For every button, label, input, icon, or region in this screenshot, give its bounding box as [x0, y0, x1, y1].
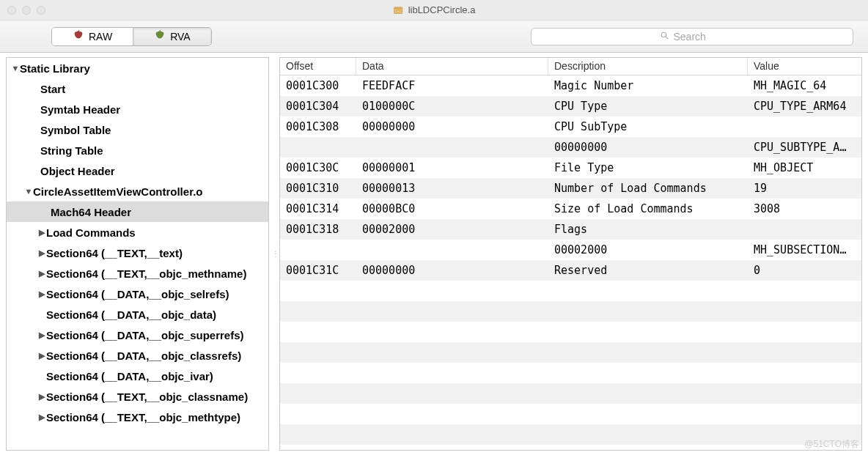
cell-data: 0100000C — [356, 100, 548, 113]
sidebar-item[interactable]: ▶Section64 (__TEXT,__text) — [7, 243, 268, 263]
close-icon[interactable] — [7, 6, 16, 15]
cell-data: 00000000 — [356, 120, 548, 133]
sidebar-item[interactable]: ▶Section64 (__DATA,__objc_superrefs) — [7, 325, 268, 345]
sidebar-tree[interactable]: ▼Static LibraryStartSymtab HeaderSymbol … — [6, 57, 269, 451]
sidebar-item[interactable]: Section64 (__DATA,__objc_ivar) — [7, 366, 268, 386]
th-offset[interactable]: Offset — [280, 58, 356, 75]
sidebar-item-label: Start — [40, 83, 65, 95]
th-data[interactable]: Data — [356, 58, 548, 75]
table-row[interactable]: 0001C300FEEDFACFMagic NumberMH_MAGIC_64 — [280, 75, 861, 96]
cell-desc: File Type — [548, 161, 748, 174]
disclosure-right-icon[interactable]: ▶ — [37, 413, 46, 422]
sidebar-item[interactable]: Section64 (__DATA,__objc_data) — [7, 304, 268, 325]
disclosure-down-icon[interactable]: ▼ — [11, 64, 20, 73]
search-input[interactable] — [674, 31, 725, 42]
cell-offset: 0001C304 — [280, 100, 356, 113]
disclosure-right-icon[interactable]: ▶ — [37, 289, 46, 299]
sidebar-item-label: Section64 (__TEXT,__objc_methtype) — [46, 411, 240, 423]
sidebar-item[interactable]: ▶Section64 (__TEXT,__objc_methtype) — [7, 407, 268, 427]
cell-offset: 0001C314 — [280, 202, 356, 215]
sidebar-item-label: Symbol Table — [40, 124, 111, 136]
disclosure-right-icon[interactable]: ▶ — [37, 392, 46, 402]
minimize-icon[interactable] — [22, 6, 31, 15]
table-row[interactable]: 00002000MH_SUBSECTION… — [280, 240, 861, 260]
sidebar-item[interactable]: ▶Section64 (__TEXT,__objc_methname) — [7, 263, 268, 284]
cell-desc: CPU SubType — [548, 120, 748, 133]
sidebar-item-label: Symtab Header — [40, 103, 120, 116]
zoom-icon[interactable] — [37, 6, 45, 15]
seg-raw-label: RAW — [89, 31, 112, 42]
table-row[interactable]: 0001C3040100000CCPU TypeCPU_TYPE_ARM64 — [280, 96, 861, 116]
table-row[interactable]: 0001C30800000000CPU SubType — [280, 116, 861, 137]
detail-table: Offset Data Description Value 0001C300FE… — [279, 57, 862, 451]
cell-offset: 0001C300 — [280, 79, 356, 92]
sidebar-item[interactable]: ▶Section64 (__DATA,__objc_classrefs) — [7, 345, 268, 366]
sidebar-item[interactable]: ▶Section64 (__TEXT,__objc_classname) — [7, 386, 268, 407]
cell-offset: 0001C310 — [280, 182, 356, 195]
disclosure-down-icon[interactable]: ▼ — [24, 187, 33, 196]
sidebar-item-label: Section64 (__DATA,__objc_classrefs) — [46, 349, 241, 362]
sidebar-item-label: Section64 (__TEXT,__objc_methname) — [46, 267, 246, 280]
cell-value: CPU_SUBTYPE_A… — [748, 141, 861, 154]
table-header: Offset Data Description Value — [280, 58, 861, 75]
sidebar-item[interactable]: Mach64 Header — [7, 201, 268, 222]
disclosure-right-icon[interactable]: ▶ — [37, 248, 46, 258]
table-row — [280, 404, 861, 424]
sidebar-item-label: Section64 (__TEXT,__objc_classname) — [46, 391, 248, 403]
table-body: 0001C300FEEDFACFMagic NumberMH_MAGIC_640… — [280, 75, 861, 445]
table-row[interactable]: 0001C31C00000000Reserved0 — [280, 260, 861, 281]
svg-line-3 — [666, 37, 668, 39]
table-row[interactable]: 0001C31000000013Number of Load Commands1… — [280, 178, 861, 199]
table-row[interactable]: 00000000CPU_SUBTYPE_A… — [280, 137, 861, 158]
table-row[interactable]: 0001C31800002000Flags — [280, 219, 861, 240]
cell-value: 19 — [748, 182, 861, 195]
seg-rva-button[interactable]: RVA — [133, 28, 211, 45]
disclosure-right-icon[interactable]: ▶ — [37, 269, 46, 278]
sidebar-item[interactable]: ▼Static Library — [7, 58, 268, 78]
cell-desc: Magic Number — [548, 79, 748, 92]
search-field[interactable] — [531, 28, 853, 45]
main-split: ▼Static LibraryStartSymtab HeaderSymbol … — [0, 53, 868, 455]
raw-rva-segment[interactable]: RAW RVA — [51, 27, 212, 46]
sidebar-item-label: Section64 (__DATA,__objc_superrefs) — [46, 329, 244, 341]
sidebar-item-label: String Table — [40, 144, 103, 157]
sidebar-item[interactable]: Start — [7, 78, 268, 99]
cell-desc: CPU Type — [548, 100, 748, 113]
search-icon — [660, 31, 669, 42]
sidebar-item[interactable]: Symtab Header — [7, 99, 268, 119]
split-drag-handle[interactable]: ⋮ — [272, 53, 279, 455]
sidebar-item[interactable]: ▼CircleAssetItemViewController.o — [7, 181, 268, 201]
cell-offset: 0001C318 — [280, 223, 356, 236]
seg-raw-button[interactable]: RAW — [52, 28, 133, 45]
table-row — [280, 424, 861, 445]
svg-point-2 — [661, 32, 666, 37]
th-desc[interactable]: Description — [548, 58, 748, 75]
disclosure-right-icon[interactable]: ▶ — [37, 228, 46, 237]
window-title: libLDCPCircle.a — [408, 4, 476, 15]
sidebar-item[interactable]: ▶Load Commands — [7, 222, 268, 243]
table-row — [280, 383, 861, 404]
sidebar-item[interactable]: Symbol Table — [7, 119, 268, 140]
sidebar-item-label: Section64 (__DATA,__objc_ivar) — [46, 370, 213, 382]
cell-value: 0 — [748, 264, 861, 277]
cell-data: 00000000 — [356, 264, 548, 277]
sidebar-item[interactable]: String Table — [7, 140, 268, 160]
sidebar-item[interactable]: Object Header — [7, 160, 268, 181]
cell-desc: Flags — [548, 223, 748, 236]
sidebar-item-label: Section64 (__DATA,__objc_selrefs) — [46, 288, 229, 300]
table-row[interactable]: 0001C31400000BC0Size of Load Commands300… — [280, 199, 861, 219]
cell-offset: 0001C31C — [280, 264, 356, 277]
table-row[interactable]: 0001C30C00000001File TypeMH_OBJECT — [280, 158, 861, 178]
table-row — [280, 363, 861, 383]
sidebar-item[interactable]: ▶Section64 (__DATA,__objc_selrefs) — [7, 284, 268, 304]
th-value[interactable]: Value — [748, 58, 861, 75]
cell-desc: 00000000 — [548, 141, 748, 154]
table-row — [280, 342, 861, 363]
sidebar-item-label: Load Commands — [46, 226, 136, 239]
cell-value: MH_SUBSECTION… — [748, 243, 861, 256]
disclosure-right-icon[interactable]: ▶ — [37, 330, 46, 340]
disclosure-right-icon[interactable]: ▶ — [37, 351, 46, 360]
cell-data: 00000001 — [356, 161, 548, 174]
cell-value: MH_MAGIC_64 — [748, 79, 861, 92]
seg-rva-label: RVA — [170, 31, 191, 42]
